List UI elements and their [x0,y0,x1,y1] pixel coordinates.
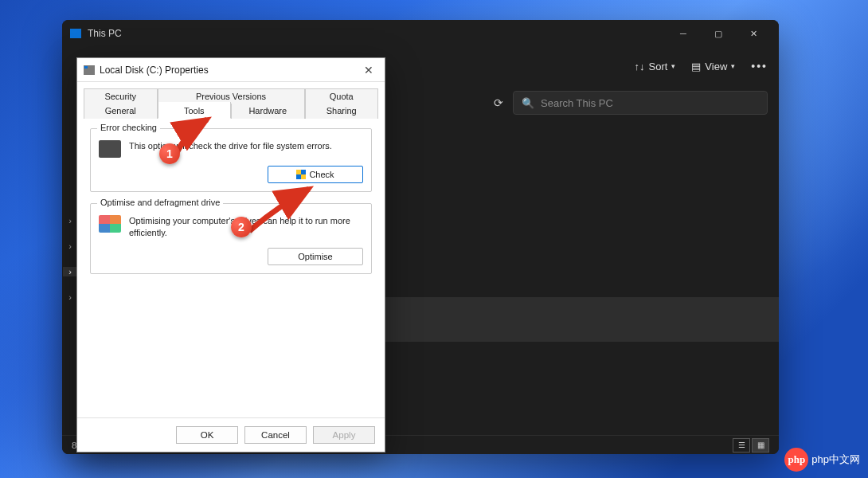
search-input[interactable]: 🔍 Search This PC [513,91,768,115]
optimise-group: Optimise and defragment drive Optimising… [90,203,372,274]
group-legend: Error checking [97,123,160,132]
chevron-right-icon[interactable]: › [63,267,77,276]
tab-sharing[interactable]: Sharing [305,104,379,119]
close-button[interactable]: ✕ [359,62,378,78]
sort-icon: ↑↓ [634,61,644,72]
shield-icon [296,170,306,179]
apply-button[interactable]: Apply [313,426,375,444]
chevron-right-icon[interactable]: › [68,241,72,251]
tab-quota[interactable]: Quota [305,88,379,104]
tab-hardware[interactable]: Hardware [231,104,305,119]
details-view-button[interactable]: ☰ [733,438,750,453]
php-logo-icon: php [784,448,808,472]
defrag-icon [99,215,121,233]
close-button[interactable]: ✕ [736,21,771,46]
search-icon: 🔍 [522,97,534,109]
view-icon: ▤ [691,61,701,72]
view-button[interactable]: ▤ View ▾ [691,61,735,72]
drive-icon [84,65,95,75]
dialog-titlebar: Local Disk (C:) Properties ✕ [77,58,385,82]
minimize-button[interactable]: ─ [666,21,701,46]
refresh-button[interactable]: ⟳ [494,96,503,109]
properties-dialog: Local Disk (C:) Properties ✕ Security Pr… [76,57,385,453]
check-button[interactable]: Check [268,166,363,183]
more-button[interactable]: ••• [751,60,768,72]
drive-icon [99,140,121,158]
chevron-down-icon: ▾ [671,62,675,70]
group-legend: Optimise and defragment drive [97,198,223,207]
dialog-buttons: OK Cancel Apply [77,417,385,452]
tiles-view-button[interactable]: ▦ [752,438,769,453]
ok-button[interactable]: OK [176,426,238,444]
window-title: This PC [88,28,122,39]
this-pc-icon [70,29,81,38]
tab-panel-tools: Error checking This option will check th… [84,119,378,417]
watermark: php php中文网 [784,448,860,472]
dialog-title: Local Disk (C:) Properties [100,65,209,76]
optimise-button[interactable]: Optimise [268,248,363,265]
titlebar: This PC ─ ▢ ✕ [62,20,779,47]
tab-general[interactable]: General [84,104,158,119]
sort-button[interactable]: ↑↓ Sort ▾ [634,61,675,72]
cancel-button[interactable]: Cancel [244,426,307,444]
dialog-tabs: Security Previous Versions Quota General… [84,88,378,119]
chevron-right-icon[interactable]: › [68,216,72,225]
chevron-down-icon: ▾ [731,62,735,70]
error-checking-group: Error checking This option will check th… [90,128,372,192]
annotation-badge-2: 2 [231,217,252,237]
tab-tools[interactable]: Tools [158,102,232,119]
annotation-badge-1: 1 [159,143,180,164]
maximize-button[interactable]: ▢ [701,21,736,46]
tab-security[interactable]: Security [84,88,158,104]
sidebar: › › › › [62,120,78,435]
chevron-right-icon[interactable]: › [68,292,72,302]
